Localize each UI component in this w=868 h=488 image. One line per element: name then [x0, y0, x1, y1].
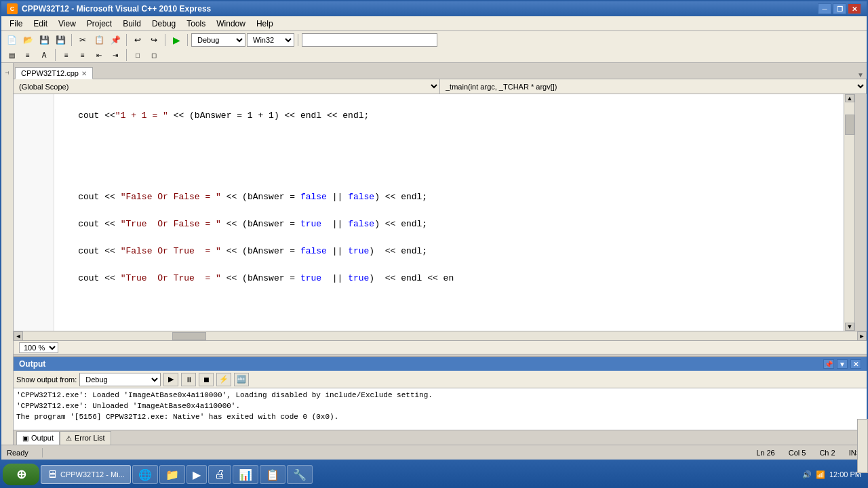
zoom-dropdown[interactable]: 100 % 75 % 50 % 150 % [19, 342, 58, 353]
output-tab-errorlist[interactable]: ⚠ Error List [60, 431, 111, 445]
code-line: cout << "False Or True = " << (bAnswer =… [57, 245, 841, 258]
menu-file[interactable]: File [4, 18, 28, 30]
taskbar-hp-icon: 🖨 [214, 468, 225, 481]
menu-help[interactable]: Help [251, 18, 279, 30]
status-ready: Ready [7, 449, 28, 457]
new-button[interactable]: 📄 [4, 33, 19, 47]
scroll-up-btn[interactable]: ▲ [845, 94, 854, 102]
taskbar-network-icon[interactable]: 📶 [816, 470, 825, 479]
copy-button[interactable]: 📋 [92, 33, 106, 47]
restore-button[interactable]: ❐ [833, 3, 846, 14]
h-scroll-thumb[interactable] [172, 332, 206, 340]
platform-dropdown[interactable]: Win32 x64 [247, 33, 294, 47]
code-line: cout << "True Or True = " << (bAnswer = … [57, 272, 841, 285]
gutter-line [14, 216, 54, 230]
output-hide-btn[interactable]: ▼ [837, 359, 848, 369]
taskbar-media-btn[interactable]: ▶ [186, 465, 207, 484]
code-line [57, 136, 841, 150]
right-tools-panel [854, 94, 867, 331]
scope-left-dropdown[interactable]: (Global Scope) [14, 79, 440, 94]
save-all-button[interactable]: 💾 [53, 33, 68, 47]
menu-bar: File Edit View Project Build Debug Tools… [1, 16, 867, 31]
status-col: Col 5 [789, 449, 806, 457]
redo-button[interactable]: ↪ [146, 33, 161, 47]
code-gutter [14, 94, 54, 331]
run-button[interactable]: ▶ [169, 33, 184, 47]
save-button[interactable]: 💾 [37, 33, 52, 47]
output-close-btn[interactable]: ✕ [850, 359, 861, 369]
status-ch: Ch 2 [819, 449, 835, 457]
tb2-btn9[interactable]: ◻ [146, 48, 161, 62]
minimize-button[interactable]: ─ [818, 3, 831, 14]
output-line-3: The program '[5156] CPPW32T12.exe: Nativ… [16, 411, 864, 422]
tab-close-icon[interactable]: ✕ [81, 70, 87, 77]
taskbar-explorer-btn[interactable]: 📁 [159, 465, 185, 484]
taskbar-explorer-icon: 📁 [165, 468, 179, 481]
output-source-dropdown[interactable]: Debug Build [79, 373, 161, 386]
taskbar-vs-btn[interactable]: 🖥 CPPW32T12 - Mi... [41, 465, 131, 484]
tb2-btn6[interactable]: ⇤ [92, 48, 106, 62]
code-editor-area[interactable]: cout <<"1 + 1 = " << (bAnswer = 1 + 1) <… [54, 94, 844, 331]
tab-cppw32t12[interactable]: CPPW32T12.cpp ✕ [15, 67, 93, 79]
output-pin-btn[interactable]: 📌 [823, 359, 834, 369]
output-tb-btn3[interactable]: ⏹ [199, 373, 214, 386]
output-tab-output[interactable]: ▣ Output [16, 431, 60, 445]
tab-scroll-right[interactable]: ▼ [857, 71, 867, 79]
tb2-btn4[interactable]: ≡ [59, 48, 74, 62]
menu-view[interactable]: View [53, 18, 81, 30]
taskbar-ppt-icon: 📊 [239, 468, 252, 481]
app-window: C CPPW32T12 - Microsoft Visual C++ 2010 … [0, 0, 868, 461]
output-tab-label: Output [31, 434, 54, 442]
tb2-btn3[interactable]: A [37, 48, 52, 62]
taskbar-ppt-btn[interactable]: 📊 [233, 465, 258, 484]
output-tb-btn4[interactable]: ⚡ [216, 373, 231, 386]
menu-project[interactable]: Project [81, 18, 117, 30]
menu-debug[interactable]: Debug [146, 18, 181, 30]
tb2-btn1[interactable]: ▤ [4, 48, 19, 62]
status-sep1 [42, 448, 43, 458]
h-scrollbar[interactable] [23, 331, 857, 340]
taskbar-extra-btn1[interactable]: 📋 [260, 465, 285, 484]
undo-button[interactable]: ↩ [130, 33, 145, 47]
tb2-btn8[interactable]: □ [130, 48, 145, 62]
v-scrollbar[interactable]: ▲ ▼ [844, 94, 854, 331]
menu-edit[interactable]: Edit [28, 18, 53, 30]
scroll-thumb[interactable] [845, 115, 854, 135]
output-content[interactable]: 'CPPW32T12.exe': Loaded 'ImageAtBase0x4a… [14, 388, 867, 430]
gutter-line [14, 203, 54, 216]
taskbar-extra-btn2[interactable]: 🔧 [287, 465, 313, 484]
close-button[interactable]: ✕ [848, 3, 861, 14]
open-button[interactable]: 📂 [20, 33, 35, 47]
output-tabs: ▣ Output ⚠ Error List [14, 430, 867, 445]
output-tb-btn1[interactable]: ▶ [163, 373, 178, 386]
tb2-btn7[interactable]: ⇥ [108, 48, 123, 62]
output-tb-btn2[interactable]: ⏸ [181, 373, 196, 386]
gutter-line [14, 230, 54, 243]
cut-button[interactable]: ✂ [75, 33, 90, 47]
menu-build[interactable]: Build [117, 18, 146, 30]
tb2-btn2[interactable]: ≡ [20, 48, 35, 62]
search-input[interactable] [302, 33, 437, 47]
config-dropdown[interactable]: Debug Release [191, 33, 245, 47]
output-tb-btn5[interactable]: 🔤 [234, 373, 249, 386]
taskbar-ie-btn[interactable]: 🌐 [132, 465, 158, 484]
scope-bar: (Global Scope) _tmain(int argc, _TCHAR *… [14, 79, 867, 94]
paste-button[interactable]: 📌 [108, 33, 123, 47]
code-line: cout << "False Or False = " << (bAnswer … [57, 190, 841, 204]
scope-right-dropdown[interactable]: _tmain(int argc, _TCHAR * argv[]) [440, 79, 867, 94]
left-sidebar: T [1, 63, 14, 445]
taskbar-sound-icon[interactable]: 🔊 [802, 470, 812, 479]
title-controls: ─ ❐ ✕ [818, 3, 861, 14]
taskbar: ⊕ 🖥 CPPW32T12 - Mi... 🌐 📁 ▶ 🖨 📊 📋 🔧 🔊 📶 … [0, 461, 868, 488]
scroll-right-btn[interactable]: ► [857, 331, 867, 341]
scroll-left-btn[interactable]: ◄ [14, 331, 23, 341]
h-scroll-row: ◄ ► [14, 331, 867, 340]
scroll-down-btn[interactable]: ▼ [845, 323, 854, 331]
output-v-scrollbar[interactable] [857, 419, 867, 445]
menu-tools[interactable]: Tools [181, 18, 211, 30]
menu-window[interactable]: Window [211, 18, 251, 30]
taskbar-hp-btn[interactable]: 🖨 [208, 465, 231, 484]
tb2-btn5[interactable]: ≡ [75, 48, 90, 62]
right-tools-spacer [855, 94, 867, 331]
start-button[interactable]: ⊕ [3, 464, 39, 485]
